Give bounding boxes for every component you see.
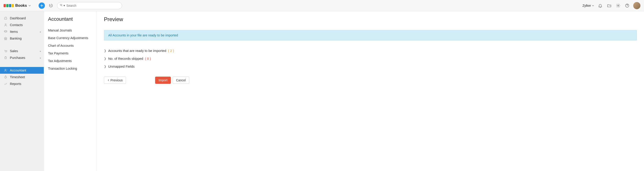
svg-rect-3 [12,4,14,7]
recent-activity-button[interactable] [48,3,54,9]
info-banner: All Accounts in your file are ready to b… [104,30,637,41]
collapse-label: No. of Records skipped [108,57,143,60]
banking-icon [4,37,8,40]
timesheet-icon [4,75,8,79]
files-button[interactable] [606,3,612,9]
svg-point-5 [618,5,619,6]
submenu-chart-of-accounts[interactable]: Chart of Accounts [48,42,92,49]
sidebar-item-accountant[interactable]: Accountant [0,67,44,74]
purchases-icon [4,56,8,60]
svg-point-8 [5,69,6,70]
sidebar-item-purchases[interactable]: Purchases ▸ [0,54,44,61]
sidebar-item-contacts[interactable]: Contacts [0,22,44,28]
sidebar-item-timesheet[interactable]: Timesheet [0,74,44,80]
plus-icon [40,4,43,7]
sidebar-item-banking[interactable]: Banking [0,35,44,42]
topbar: Books ▾ Zylker [0,0,644,11]
submenu-transaction-locking[interactable]: Transaction Locking [48,65,92,72]
action-buttons: Previous Import Cancel [104,77,637,84]
search-scope[interactable]: ▾ [60,4,65,7]
cancel-button[interactable]: Cancel [172,77,189,84]
collapse-skipped-records[interactable]: ❯ No. of Records skipped ( 0 ) [104,55,637,63]
folder-icon [607,3,612,8]
sidebar-item-label: Sales [10,49,18,53]
collapse-count: ( 0 ) [145,57,151,60]
collapse-label: Unmapped Fields [108,65,135,68]
chevron-right-icon: ❯ [104,57,106,60]
zoho-logo-icon [4,4,14,8]
submenu-manual-journals[interactable]: Manual Journals [48,27,92,34]
organization-switcher[interactable]: Zylker [582,4,594,8]
chevron-down-icon [592,5,594,7]
main-layout: Dashboard Contacts Items ▸ Banking Sales… [0,11,644,171]
button-label: Previous [110,78,122,82]
sidebar-item-sales[interactable]: Sales ▸ [0,48,44,54]
svg-rect-0 [4,4,6,7]
organization-name: Zylker [582,4,591,8]
submenu-base-currency-adjustments[interactable]: Base Currency Adjustments [48,34,92,42]
svg-rect-2 [9,4,11,7]
sidebar-item-reports[interactable]: Reports [0,80,44,87]
app-logo[interactable]: Books [4,3,31,8]
button-label: Import [158,78,168,82]
reports-icon [4,82,8,86]
history-icon [49,3,53,8]
main-content: Preview All Accounts in your file are re… [97,11,644,171]
items-icon [4,30,8,34]
sidebar-item-label: Banking [10,37,22,40]
sales-icon [4,49,8,53]
sidebar-item-label: Purchases [10,56,25,60]
accountant-icon [4,69,8,72]
chevron-left-icon [107,79,110,81]
sidebar-item-items[interactable]: Items ▸ [0,28,44,35]
sidebar: Dashboard Contacts Items ▸ Banking Sales… [0,11,44,171]
avatar[interactable] [633,2,640,9]
previous-button[interactable]: Previous [104,77,126,84]
dashboard-icon [4,17,8,20]
chevron-right-icon: ▸ [40,57,41,59]
notifications-button[interactable] [597,3,603,9]
button-label: Cancel [176,78,186,82]
svg-point-7 [5,24,6,25]
collapse-ready-accounts[interactable]: ❯ Accounts that are ready to be imported… [104,47,637,55]
sidebar-item-label: Timesheet [10,75,25,79]
collapse-count: ( 2 ) [168,49,174,53]
sidebar-item-dashboard[interactable]: Dashboard [0,15,44,22]
svg-rect-1 [6,4,8,7]
contacts-icon [4,23,8,27]
sub-sidebar: Accountant Manual Journals Base Currency… [44,11,97,171]
submenu-tax-payments[interactable]: Tax Payments [48,49,92,57]
sidebar-item-label: Items [10,30,18,34]
primary-buttons: Import Cancel [155,77,189,84]
app-name: Books [15,3,27,8]
submenu-tax-adjustments[interactable]: Tax Adjustments [48,57,92,65]
chevron-right-icon: ▸ [40,50,41,52]
sidebar-item-label: Accountant [10,69,26,72]
help-button[interactable] [624,3,630,9]
gear-icon [616,3,620,8]
search-input[interactable] [66,4,119,8]
sidebar-item-label: Contacts [10,23,23,27]
sub-sidebar-title: Accountant [48,16,92,22]
sidebar-item-label: Reports [10,82,21,86]
svg-point-4 [60,4,62,6]
bell-icon [598,3,602,8]
search-box[interactable]: ▾ [57,2,122,9]
chevron-down-icon [28,4,31,7]
chevron-right-icon: ▸ [40,31,41,33]
page-title: Preview [104,16,637,23]
chevron-right-icon: ❯ [104,65,106,68]
import-button[interactable]: Import [155,77,171,84]
collapse-label: Accounts that are ready to be imported [108,49,166,53]
help-icon [625,3,630,8]
quick-create-button[interactable] [38,3,45,9]
sidebar-item-label: Dashboard [10,17,26,20]
settings-button[interactable] [615,3,621,9]
chevron-right-icon: ❯ [104,49,106,52]
collapse-unmapped-fields[interactable]: ❯ Unmapped Fields [104,63,637,70]
